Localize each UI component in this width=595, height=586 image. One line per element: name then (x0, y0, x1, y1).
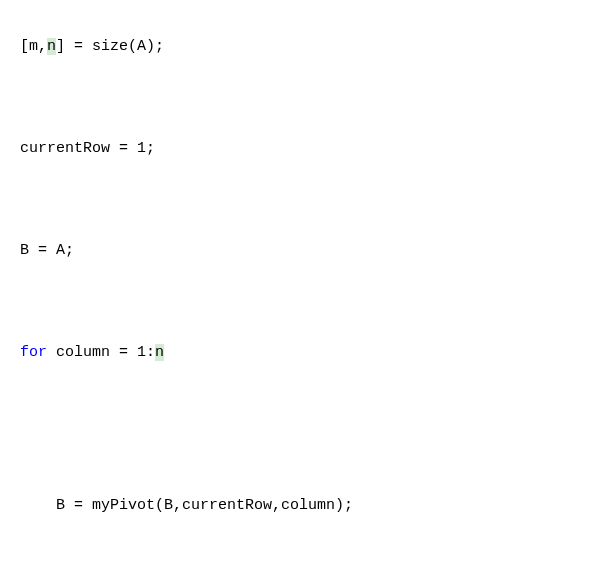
code-line: for column = 1:n (20, 340, 575, 366)
code-line-blank (20, 391, 575, 417)
code-token: B = A; (20, 242, 74, 259)
code-token: column = 1: (47, 344, 155, 361)
code-block: [m,n] = size(A); currentRow = 1; B = A; … (20, 8, 575, 586)
code-line-blank (20, 289, 575, 315)
code-token: [m, (20, 38, 47, 55)
code-token-highlight: n (155, 344, 164, 361)
code-line-blank (20, 442, 575, 468)
code-line: B = A; (20, 238, 575, 264)
code-line-blank (20, 544, 575, 570)
code-line: currentRow = 1; (20, 136, 575, 162)
code-line: [m,n] = size(A); (20, 34, 575, 60)
code-line-blank (20, 187, 575, 213)
code-token-highlight: n (47, 38, 56, 55)
code-token: B = myPivot(B,currentRow,column); (56, 497, 353, 514)
code-token: ] = size(A); (56, 38, 164, 55)
keyword-for: for (20, 344, 47, 361)
code-line: B = myPivot(B,currentRow,column); (20, 493, 575, 519)
code-token: currentRow = 1; (20, 140, 155, 157)
code-line-blank (20, 85, 575, 111)
